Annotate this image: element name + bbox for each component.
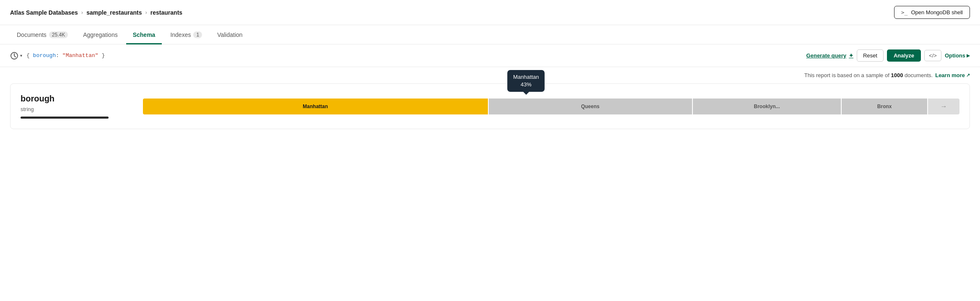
report-suffix: documents. (905, 72, 933, 78)
bar-bronx-label: Bronx (877, 104, 892, 109)
breadcrumb-part2[interactable]: sample_restaurants (86, 9, 142, 16)
report-info: This report is based on a sample of 1000… (0, 67, 980, 83)
tab-documents[interactable]: Documents 25.4K (10, 26, 75, 44)
clock-icon (10, 52, 18, 60)
options-button[interactable]: Options ▶ (945, 52, 970, 59)
breadcrumb-sep2: › (145, 9, 147, 16)
options-label: Options (945, 52, 965, 59)
bar-manhattan[interactable]: Manhattan (143, 99, 488, 114)
bars-container: Manhattan Queens Brooklyn... Bronx → (143, 99, 959, 114)
tab-documents-badge: 25.4K (49, 31, 68, 38)
bar-brooklyn-label: Brooklyn... (754, 104, 780, 109)
shell-prompt-icon: >_ (901, 9, 908, 16)
tab-schema-label: Schema (133, 31, 156, 38)
code-button[interactable]: </> (924, 50, 941, 61)
generate-query-label: Generate query (806, 52, 846, 59)
sparkle-icon: ✦ (849, 52, 853, 59)
reset-button[interactable]: Reset (857, 49, 884, 62)
tab-validation-label: Validation (217, 31, 242, 38)
learn-more-link[interactable]: Learn more ↗ (935, 72, 970, 78)
report-count: 1000 (891, 72, 903, 78)
open-shell-button[interactable]: >_ Open MongoDB shell (894, 6, 970, 19)
bar-brooklyn[interactable]: Brooklyn... (693, 99, 841, 114)
open-shell-label: Open MongoDB shell (911, 9, 963, 16)
query-history-button[interactable]: ▾ (10, 52, 22, 60)
field-type: string (21, 106, 130, 112)
field-name: borough (21, 94, 130, 104)
tab-indexes-badge: 1 (193, 31, 202, 38)
chevron-down-icon: ▾ (20, 53, 22, 58)
overflow-icon: → (940, 103, 947, 110)
query-display[interactable]: { borough: "Manhattan" } (26, 52, 802, 59)
code-icon: </> (929, 52, 937, 59)
field-row: borough string Manhattan 43% Manhattan Q… (21, 94, 959, 119)
chevron-right-icon: ▶ (967, 53, 970, 58)
tab-validation[interactable]: Validation (210, 26, 249, 44)
bar-chart-area: Manhattan 43% Manhattan Queens Brooklyn.… (143, 99, 959, 114)
query-actions: Generate query ✦ Reset Analyze </> Optio… (806, 49, 970, 62)
breadcrumb-part3[interactable]: restaurants (150, 9, 182, 16)
usage-bar (21, 117, 109, 119)
tab-aggregations-label: Aggregations (83, 31, 118, 38)
bar-manhattan-label: Manhattan (303, 104, 328, 109)
schema-section: borough string Manhattan 43% Manhattan Q… (10, 83, 970, 129)
header: Atlas Sample Databases › sample_restaura… (0, 0, 980, 25)
bar-bronx[interactable]: Bronx (842, 99, 927, 114)
breadcrumb-sep1: › (81, 9, 83, 16)
bar-queens[interactable]: Queens (489, 99, 692, 114)
tab-indexes[interactable]: Indexes 1 (163, 26, 209, 44)
learn-more-label: Learn more (935, 72, 965, 78)
tab-aggregations[interactable]: Aggregations (76, 26, 124, 44)
report-prefix: This report is based on a sample of (804, 72, 889, 78)
bar-overflow[interactable]: → (928, 99, 959, 114)
tabs-bar: Documents 25.4K Aggregations Schema Inde… (0, 25, 980, 44)
bar-queens-label: Queens (581, 104, 599, 109)
breadcrumb-part1[interactable]: Atlas Sample Databases (10, 9, 78, 16)
tab-schema[interactable]: Schema (126, 26, 162, 44)
query-bar: ▾ { borough: "Manhattan" } Generate quer… (0, 44, 980, 67)
tab-documents-label: Documents (17, 31, 47, 38)
tab-indexes-label: Indexes (170, 31, 191, 38)
generate-query-button[interactable]: Generate query ✦ (806, 52, 853, 59)
external-link-icon: ↗ (966, 73, 970, 78)
breadcrumb: Atlas Sample Databases › sample_restaura… (10, 9, 182, 16)
analyze-button[interactable]: Analyze (887, 49, 921, 62)
field-info: borough string (21, 94, 130, 119)
